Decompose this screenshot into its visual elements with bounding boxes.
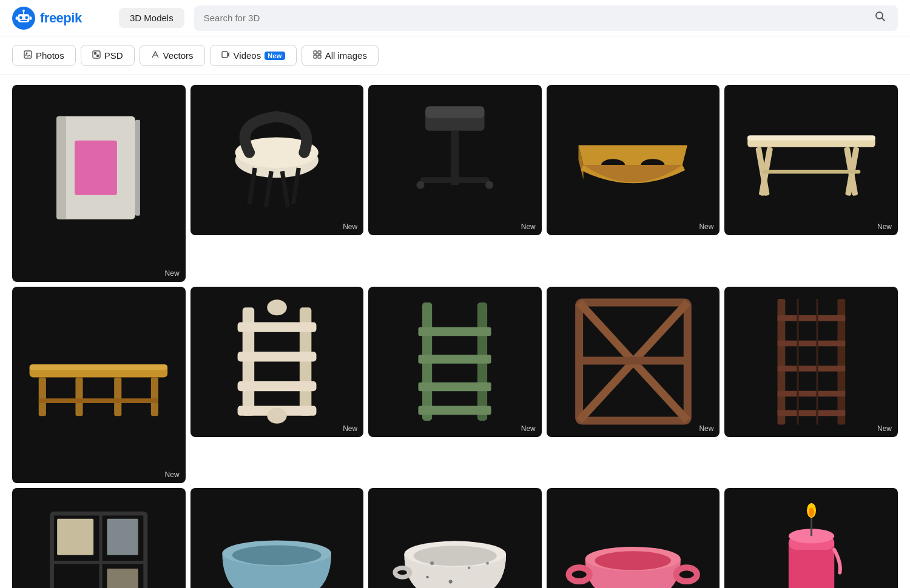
svg-rect-47	[762, 170, 860, 173]
tab-photos[interactable]: Photos	[12, 45, 76, 66]
svg-rect-11	[24, 51, 32, 58]
tab-all-images[interactable]: All images	[302, 45, 379, 66]
svg-point-106	[676, 567, 697, 581]
logo-text: freepik	[40, 10, 82, 26]
grid-item-15[interactable]: New 佐邦视觉	[724, 488, 898, 588]
svg-rect-81	[816, 299, 818, 425]
svg-rect-78	[777, 391, 845, 397]
grid-item-9[interactable]: New	[547, 287, 720, 437]
svg-rect-14	[94, 52, 96, 55]
grid-item-2[interactable]: New	[190, 85, 364, 235]
svg-rect-77	[777, 366, 845, 372]
tab-videos-label: Videos	[234, 50, 261, 61]
svg-point-96	[413, 546, 496, 566]
svg-point-105	[569, 567, 590, 581]
svg-point-98	[430, 561, 434, 565]
new-label-2: New	[343, 222, 357, 231]
svg-rect-90	[107, 569, 138, 588]
bar-stool-icon	[399, 96, 511, 224]
svg-line-10	[882, 18, 885, 21]
search-button[interactable]	[872, 8, 888, 27]
svg-rect-6	[20, 19, 27, 21]
grid-item-5[interactable]: New	[724, 85, 898, 235]
svg-rect-89	[107, 519, 138, 555]
svg-rect-58	[237, 352, 316, 361]
3d-models-grid: New New	[0, 75, 910, 588]
logo[interactable]: freepik	[12, 7, 109, 30]
grid-item-6[interactable]: New	[12, 287, 186, 484]
all-images-icon	[313, 50, 322, 61]
svg-point-38	[485, 181, 493, 189]
ladder-shelf-green-icon	[407, 298, 502, 426]
svg-rect-25	[135, 120, 140, 216]
svg-point-37	[417, 181, 425, 189]
new-label-7: New	[343, 424, 357, 433]
tab-videos[interactable]: Videos New	[210, 45, 297, 66]
svg-rect-8	[30, 16, 32, 20]
vectors-icon	[151, 50, 160, 61]
svg-point-97	[395, 568, 410, 577]
svg-rect-67	[419, 383, 491, 392]
svg-rect-49	[30, 364, 168, 370]
svg-rect-53	[115, 378, 122, 416]
new-label-8: New	[521, 424, 536, 433]
svg-rect-65	[419, 327, 491, 336]
grid-item-12[interactable]: New	[190, 488, 364, 588]
svg-point-102	[426, 576, 429, 579]
svg-point-3	[25, 16, 28, 19]
svg-rect-7	[16, 16, 18, 20]
tab-psd-label: PSD	[104, 50, 123, 61]
dark-shelf-icon	[768, 294, 855, 430]
light-wood-desk-icon	[738, 107, 885, 213]
grid-item-1[interactable]: New	[12, 85, 186, 282]
svg-rect-33	[425, 106, 484, 118]
round-chair-icon	[207, 100, 346, 221]
psd-icon	[92, 50, 101, 61]
book-3d-icon	[38, 104, 160, 262]
new-label-3: New	[521, 222, 536, 231]
svg-point-62	[267, 408, 286, 424]
tab-all-images-label: All images	[325, 50, 367, 61]
grid-item-4[interactable]: New	[547, 85, 720, 235]
new-label-10: New	[877, 424, 892, 433]
svg-rect-68	[419, 406, 491, 415]
grid-item-10[interactable]: New	[724, 287, 898, 437]
beige-shelf-icon	[229, 298, 325, 426]
svg-rect-80	[797, 299, 798, 425]
box-shelf-icon	[47, 498, 150, 588]
svg-rect-42	[747, 136, 875, 141]
blue-bowl-icon	[207, 510, 346, 588]
grid-item-7[interactable]: New	[190, 287, 364, 437]
svg-rect-21	[318, 55, 321, 58]
svg-rect-57	[237, 322, 316, 332]
wooden-laptop-table-icon	[564, 107, 702, 213]
bench-icon	[25, 316, 172, 453]
pink-bowl-icon	[564, 507, 702, 588]
svg-rect-54	[39, 399, 158, 404]
svg-point-12	[26, 53, 28, 55]
new-label-9: New	[699, 424, 713, 433]
tab-psd[interactable]: PSD	[81, 45, 135, 66]
svg-point-99	[468, 567, 471, 570]
search-input[interactable]	[204, 13, 872, 23]
photos-icon	[24, 50, 32, 61]
search-icon	[875, 11, 886, 22]
svg-rect-51	[151, 378, 158, 416]
svg-rect-50	[39, 378, 46, 416]
new-label-6: New	[165, 470, 180, 479]
3d-models-nav[interactable]: 3D Models	[119, 8, 184, 28]
videos-new-badge: New	[265, 52, 285, 60]
svg-rect-36	[451, 165, 459, 184]
grid-item-8[interactable]: New	[368, 287, 542, 437]
search-bar[interactable]	[194, 5, 898, 31]
grid-item-11[interactable]: New	[12, 488, 186, 588]
svg-rect-79	[777, 410, 845, 416]
svg-point-104	[595, 551, 672, 570]
svg-point-101	[486, 562, 489, 565]
grid-item-14[interactable]: New	[547, 488, 720, 588]
svg-rect-18	[314, 51, 317, 54]
tab-vectors[interactable]: Vectors	[140, 45, 205, 66]
svg-point-5	[22, 9, 25, 12]
grid-item-3[interactable]: New	[368, 85, 542, 235]
grid-item-13[interactable]: New	[368, 488, 542, 588]
